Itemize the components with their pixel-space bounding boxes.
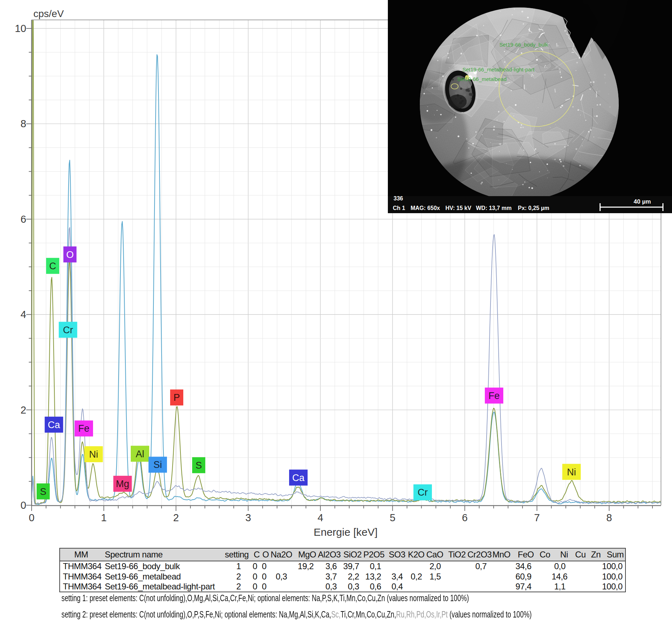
sem-info-bar: 336 Ch 1 MAG: 650x HV: 15 kV WD: 13,7 mm…: [388, 195, 672, 213]
sem-particle-g-circle: [547, 163, 548, 165]
table-cell: [385, 561, 407, 571]
element-symbol: Ca: [48, 420, 60, 430]
sem-particle-g-circle: [579, 165, 581, 166]
sem-particle-g-circle: [476, 131, 477, 133]
sem-hv: HV: 15 kV: [445, 205, 471, 211]
sem-particle-g-circle: [572, 106, 574, 108]
sem-particle-g-circle: [448, 53, 449, 54]
table-column-header: MnO: [491, 548, 512, 561]
sem-particle-g-circle: [512, 169, 513, 170]
y-tick-label: 0: [21, 500, 26, 511]
sem-channel: Ch 1: [393, 205, 405, 211]
sem-particle-g-circle: [559, 159, 561, 161]
sem-crater-g-circle: [455, 92, 457, 95]
sem-particle-g-circle: [564, 146, 565, 147]
sem-particle-g-circle: [493, 129, 495, 130]
sem-particle-g-circle: [559, 68, 560, 69]
sem-particle-g-circle: [560, 74, 561, 74]
table-column-header: K2O: [407, 548, 426, 561]
sem-crater-g-circle: [462, 91, 463, 92]
table-cell: [445, 582, 467, 592]
sem-particle-g-circle: [544, 67, 545, 68]
x-tick-label: 2: [173, 512, 179, 523]
sem-particle-g-circle: [442, 76, 444, 77]
table-column-header: setting: [224, 548, 245, 561]
x-tick-label: 1: [101, 512, 107, 523]
sem-particle-g-circle: [523, 150, 525, 151]
sem-particle-g-circle: [497, 119, 498, 120]
sem-particle-g-circle: [547, 170, 548, 171]
sem-particle-g-circle: [504, 61, 505, 63]
sem-crater-g-ellipse: [448, 95, 467, 109]
sem-particle-g-circle: [557, 66, 557, 67]
sem-crater-g-circle: [466, 89, 468, 92]
element-symbol: Mg: [116, 479, 129, 489]
x-tick-label: 4: [318, 512, 323, 523]
sem-particle-g-circle: [423, 93, 425, 95]
sem-particle-g-circle: [548, 43, 549, 44]
table-column-header: Co: [535, 548, 552, 561]
table-cell: [445, 561, 467, 571]
sem-particle-g-circle: [427, 106, 428, 107]
sem-particle-g-circle: [493, 126, 495, 127]
sem-particle-g-circle: [462, 45, 463, 46]
sem-particle-g-circle: [564, 30, 566, 32]
element-label-Fe: Fe: [75, 420, 93, 436]
footnote-segment: Ti,Cr,Mn,Co,Cu,Zn,: [341, 609, 396, 619]
element-symbol: O: [66, 249, 74, 260]
sem-particle-g-circle: [504, 121, 505, 122]
sem-particle-g-circle: [582, 139, 583, 140]
table-cell: [270, 561, 291, 571]
sem-particle-g-circle: [521, 52, 522, 54]
table-column-header: SiO2: [341, 548, 363, 561]
table-cell: 34,6: [512, 561, 535, 571]
sem-particle-g-circle: [513, 115, 514, 116]
sem-particle-g-circle: [499, 143, 501, 145]
element-symbol: S: [40, 486, 47, 497]
sem-particle-g-circle: [560, 161, 562, 162]
sem-particle-g-circle: [490, 142, 491, 143]
footnote-muted-segment: Sc,: [331, 609, 340, 619]
table-column-header: Spectrum name: [102, 548, 224, 561]
sem-particle-g-circle: [476, 35, 478, 37]
table-cell: [569, 561, 587, 571]
element-label-Al: Al: [131, 446, 149, 462]
footnote-segment: setting 1: preset elements: C(not unfold…: [61, 593, 469, 603]
sem-particle-g-circle: [521, 11, 523, 12]
sem-particle-g-circle: [585, 120, 586, 121]
element-symbol: C: [49, 261, 56, 271]
table-row: THMM364Set19-66_body_bulk10019,23,639,70…: [60, 561, 625, 571]
table-cell: 3,7: [318, 571, 341, 582]
x-tick-label: 7: [534, 512, 540, 523]
element-label-Cr: Cr: [59, 322, 77, 338]
sem-particle-g-circle: [555, 124, 556, 125]
sem-particle-g-circle: [558, 45, 559, 47]
y-tick-label: 8: [21, 118, 26, 129]
table-cell: 3,6: [318, 561, 341, 571]
sem-particle-g-circle: [544, 66, 545, 67]
sem-particle-g-circle: [523, 23, 524, 25]
sem-particle-g-circle: [483, 25, 484, 26]
sem-particle-g-circle: [561, 105, 563, 107]
sem-particle-g-circle: [594, 137, 594, 137]
table-cell: 1,5: [426, 571, 445, 582]
table-cell: 14,6: [552, 571, 569, 582]
sem-particle-g-circle: [533, 75, 534, 76]
table-cell: 0,3: [341, 582, 363, 592]
sem-particle-g-circle: [536, 59, 538, 61]
sem-particle-g-circle: [506, 163, 507, 164]
sem-particle-g-circle: [561, 77, 562, 78]
table-column-header: Cr2O3: [467, 548, 491, 561]
sem-particle-g-circle: [522, 184, 524, 185]
quantification-table-thead: MMSpectrum namesettingCONa2OMgOAl2O3SiO2…: [60, 548, 625, 561]
sem-particle-g-circle: [547, 178, 548, 178]
table-cell: [426, 582, 445, 592]
sem-particle-g-line: [529, 28, 530, 32]
x-tick-label: 6: [462, 512, 467, 523]
sem-particle-g-circle: [427, 110, 428, 112]
element-symbol: Ni: [567, 467, 576, 478]
sem-particle-g-circle: [512, 15, 513, 16]
sem-particle-g-circle: [515, 104, 517, 106]
sem-particle-g-circle: [499, 151, 500, 152]
table-cell: THMM364: [60, 571, 102, 582]
